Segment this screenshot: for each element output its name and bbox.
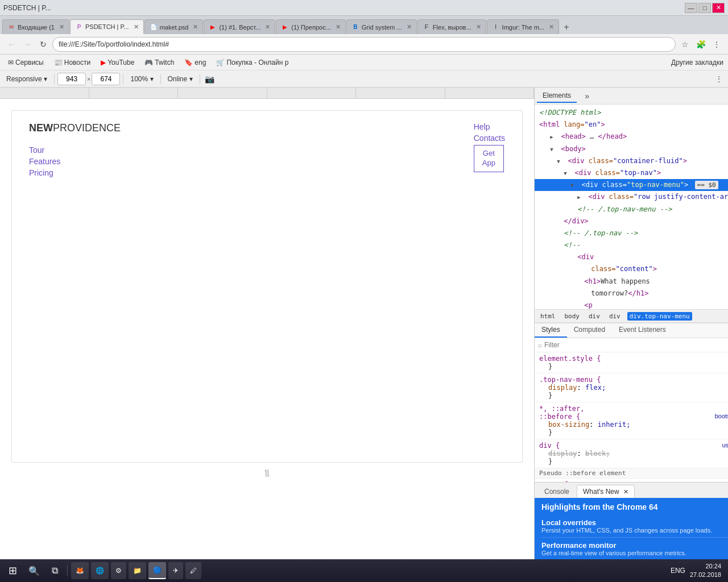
- tab-gmail[interactable]: ✉ Входящие (1 ✕: [2, 19, 69, 34]
- tab-maket[interactable]: 📄 maket.psd ✕: [144, 19, 204, 34]
- nav-pricing[interactable]: Pricing: [29, 168, 121, 177]
- dom-line-content-div[interactable]: <div: [535, 251, 728, 263]
- dom-line-comment-topnav[interactable]: <!-- /.top-nav-menu -->: [535, 203, 728, 215]
- bc-div2[interactable]: div: [607, 312, 623, 321]
- width-input[interactable]: [57, 73, 86, 85]
- url-input[interactable]: [52, 37, 676, 52]
- taskbar-chrome[interactable]: 🔵: [148, 562, 166, 579]
- responsive-button[interactable]: Responsive ▾: [2, 72, 51, 86]
- tab-close-gmail[interactable]: ✕: [59, 23, 64, 31]
- devtools-more-button[interactable]: ⋮: [712, 72, 726, 86]
- tab-yt1[interactable]: ▶ (1) #1. Верст... ✕: [204, 19, 275, 34]
- more-panels-button[interactable]: »: [580, 89, 594, 103]
- tab-close-imgur[interactable]: ✕: [549, 23, 554, 31]
- topnav-triangle[interactable]: ▼: [564, 169, 570, 177]
- dom-line-topnav[interactable]: ▼ <div class="top-nav">: [535, 167, 728, 179]
- tab-close-grid[interactable]: ✕: [407, 23, 412, 31]
- bp-tab-whatsnew[interactable]: What's New ✕: [577, 485, 635, 498]
- dom-line-h1-text[interactable]: tomorrow?</h1>: [535, 288, 728, 300]
- browser-menu-button[interactable]: ⋮: [710, 38, 723, 51]
- head-triangle[interactable]: ▶: [550, 133, 557, 141]
- whatsnew-close-icon[interactable]: ✕: [623, 488, 628, 495]
- tab-flex[interactable]: F Flex, выров... ✕: [417, 19, 486, 34]
- search-button[interactable]: 🔍: [25, 562, 43, 579]
- tab-elements[interactable]: Elements: [537, 89, 577, 103]
- row-triangle[interactable]: ▶: [577, 193, 584, 201]
- get-app-button[interactable]: GetApp: [474, 145, 504, 172]
- bp-tab-console[interactable]: Console: [538, 485, 576, 498]
- topnavmenu-triangle[interactable]: ▼: [570, 181, 577, 189]
- tab-imgur[interactable]: I Imgur: The m... ✕: [487, 19, 559, 34]
- dom-line-comment-topnav2[interactable]: <!-- /.top-nav -->: [535, 227, 728, 239]
- styles-tab-styles[interactable]: Styles: [535, 323, 567, 338]
- tab-close-yt1[interactable]: ✕: [265, 23, 270, 31]
- bookmark-novosti[interactable]: 📰 Новости: [51, 57, 94, 68]
- taskbar-settings[interactable]: ⚙: [111, 562, 126, 579]
- close-button[interactable]: ✕: [712, 3, 725, 13]
- styles-filter-input[interactable]: [544, 341, 728, 349]
- tab-yt2[interactable]: ▶ (1) Препрос... ✕: [276, 19, 346, 34]
- bc-html[interactable]: html: [538, 312, 558, 321]
- bookmark-twitch[interactable]: 🎮 Twitch: [141, 57, 177, 68]
- styles-tab-computed[interactable]: Computed: [567, 323, 612, 338]
- capture-screenshot-button[interactable]: 📷: [203, 72, 217, 86]
- height-input[interactable]: [92, 73, 120, 85]
- tab-psdetch[interactable]: P PSDETCH | P... ✕: [70, 19, 144, 34]
- start-button[interactable]: ⊞: [2, 562, 23, 579]
- dom-line-head[interactable]: ▶ <head> … </head>: [535, 131, 728, 143]
- maximize-button[interactable]: □: [698, 3, 711, 13]
- tab-grid[interactable]: B Grid system ... ✕: [346, 19, 417, 34]
- dom-line-topnavmenu[interactable]: ▼ <div class="top-nav-menu"> == $0: [535, 179, 728, 191]
- back-button[interactable]: ←: [5, 38, 18, 51]
- dom-tree[interactable]: <!DOCTYPE html> <html lang="en"> ▶ <head…: [535, 105, 728, 309]
- css-selector-element-style[interactable]: element.style {: [539, 355, 728, 363]
- taskbar-files[interactable]: 📁: [129, 562, 146, 579]
- reload-button[interactable]: ↻: [36, 38, 50, 51]
- dom-line-comment-open[interactable]: <!--: [535, 239, 728, 251]
- css-file-bootstrap[interactable]: bootstrap-grid.min.css:6: [715, 413, 728, 419]
- dom-line-row[interactable]: ▶ <div class="row justify-content-around…: [535, 191, 728, 203]
- dom-line-html[interactable]: <html lang="en">: [535, 119, 728, 131]
- dom-line-body[interactable]: ▼ <body>: [535, 143, 728, 155]
- dom-line-h1[interactable]: <h1>What happens: [535, 276, 728, 288]
- dom-line-container[interactable]: ▼ <div class="container-fluid">: [535, 155, 728, 167]
- dom-line-close-div1[interactable]: </div>: [535, 215, 728, 227]
- taskbar-telegram[interactable]: ✈: [168, 562, 183, 579]
- bookmark-youtube[interactable]: ▶ YouTube: [97, 57, 138, 68]
- bookmark-shop[interactable]: 🛒 Покупка - Онлайн р: [213, 57, 292, 68]
- taskbar-edge[interactable]: 🌐: [91, 562, 109, 579]
- online-button[interactable]: Online ▾: [164, 72, 197, 86]
- css-selector-div-ua[interactable]: div { user agent stylesheet: [539, 442, 728, 450]
- dom-line-class-content[interactable]: class="content">: [535, 263, 728, 275]
- zoom-button[interactable]: 100% ▾: [126, 72, 157, 86]
- nav-contacts[interactable]: Contacts: [474, 134, 505, 143]
- taskbar-figma[interactable]: 🖊: [185, 562, 201, 579]
- forward-button[interactable]: →: [20, 38, 34, 51]
- nav-help[interactable]: Help: [474, 122, 490, 131]
- other-bookmarks[interactable]: Другие закладки: [671, 59, 723, 66]
- taskbar-firefox[interactable]: 🦊: [71, 562, 89, 579]
- container-triangle[interactable]: ▼: [557, 157, 564, 165]
- tab-close-maket[interactable]: ✕: [193, 23, 198, 31]
- nav-tour[interactable]: Tour: [29, 146, 121, 155]
- bookmark-servisy[interactable]: ✉ Сервисы: [5, 57, 47, 68]
- tab-close-flex[interactable]: ✕: [476, 23, 481, 31]
- bc-div1[interactable]: div: [586, 312, 602, 321]
- styles-tab-event[interactable]: Event Listeners: [612, 323, 673, 338]
- dom-line-doctype[interactable]: <!DOCTYPE html>: [535, 107, 728, 119]
- dom-line-p[interactable]: <p: [535, 300, 728, 309]
- bc-topnavmenu[interactable]: div.top-nav-menu: [627, 312, 692, 321]
- css-selector-star[interactable]: *, ::after,::before { bootstrap-grid.min…: [539, 405, 728, 421]
- bookmark-eng[interactable]: 🔖 eng: [181, 57, 209, 68]
- new-tab-button[interactable]: +: [560, 20, 573, 34]
- css-selector-topnavmenu[interactable]: .top-nav-menu { main.css:5: [539, 376, 728, 384]
- tab-close-yt2[interactable]: ✕: [336, 23, 341, 31]
- nav-features[interactable]: Features: [29, 157, 121, 166]
- tab-close-psdetch[interactable]: ✕: [134, 23, 139, 31]
- bc-body[interactable]: body: [562, 312, 582, 321]
- extension-button[interactable]: 🧩: [694, 38, 708, 51]
- minimize-button[interactable]: —: [685, 3, 697, 13]
- task-view-button[interactable]: ⧉: [46, 562, 64, 579]
- body-triangle[interactable]: ▼: [550, 146, 557, 153]
- bookmark-star-button[interactable]: ☆: [678, 38, 692, 51]
